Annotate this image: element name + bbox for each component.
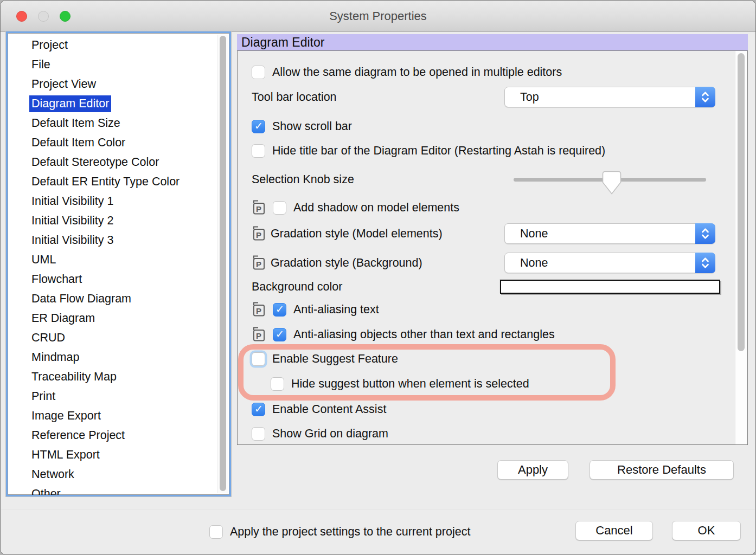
- sidebar-item-traceability-map[interactable]: Traceability Map: [31, 367, 217, 386]
- show-scroll-bar-checkbox[interactable]: Show scroll bar: [252, 119, 352, 134]
- project-setting-icon: P: [252, 301, 266, 318]
- gradation-model-label: Gradation style (Model elements): [271, 226, 443, 241]
- sidebar-item-flowchart[interactable]: Flowchart: [31, 269, 217, 289]
- selected-value: None: [505, 227, 695, 241]
- footer-divider: [1, 509, 755, 509]
- apply-project-settings-checkbox[interactable]: Apply the project settings to the curren…: [209, 524, 470, 539]
- project-setting-icon: P: [252, 326, 266, 343]
- background-color-swatch[interactable]: [500, 280, 720, 294]
- panel-scrollbar[interactable]: [735, 51, 747, 444]
- hide-suggest-checkbox[interactable]: Hide suggest button when element is sele…: [271, 376, 529, 391]
- dropdown-chevrons-icon: [695, 223, 715, 244]
- add-shadow-checkbox[interactable]: P Add shadow on model elements: [252, 200, 459, 215]
- checkbox-label[interactable]: Anti-aliasing text: [293, 302, 379, 317]
- checkbox-box[interactable]: [273, 303, 286, 317]
- checkbox-box[interactable]: [209, 525, 223, 539]
- sidebar-item-diagram-editor[interactable]: Diagram Editor: [31, 94, 217, 113]
- svg-text:P: P: [256, 204, 261, 214]
- sidebar-item-initial-visibility-1[interactable]: Initial Visibility 1: [31, 191, 217, 211]
- selection-knob-slider[interactable]: [514, 178, 706, 182]
- checkbox-label[interactable]: Anti-aliasing objects other than text an…: [293, 327, 555, 342]
- sidebar-scrollbar[interactable]: [217, 35, 228, 493]
- allow-same-diagram-checkbox[interactable]: Allow the same diagram to be opened in m…: [252, 64, 562, 80]
- toolbar-location-label: Tool bar location: [252, 89, 337, 105]
- sidebar-item-project[interactable]: Project: [31, 35, 217, 55]
- ok-button[interactable]: OK: [672, 521, 741, 540]
- sidebar-item-default-item-color[interactable]: Default Item Color: [31, 133, 217, 152]
- gradation-model-select[interactable]: None: [504, 223, 715, 244]
- sidebar-item-default-stereotype-color[interactable]: Default Stereotype Color: [31, 152, 217, 172]
- panel-scrollbar-thumb[interactable]: [738, 53, 745, 351]
- checkbox-label[interactable]: Show Grid on diagram: [272, 426, 388, 441]
- sidebar-item-print[interactable]: Print: [31, 386, 217, 406]
- sidebar-item-er-diagram[interactable]: ER Diagram: [31, 308, 217, 328]
- checkbox-box[interactable]: [252, 120, 265, 133]
- sidebar-item-file[interactable]: File: [31, 55, 217, 74]
- sidebar-item-initial-visibility-3[interactable]: Initial Visibility 3: [31, 230, 217, 250]
- gradation-background-select[interactable]: None: [504, 253, 715, 273]
- gradation-model-row: P Gradation style (Model elements): [252, 226, 443, 241]
- sidebar-item-default-er-entity-type-color[interactable]: Default ER Entity Type Color: [31, 172, 217, 191]
- hide-title-bar-checkbox[interactable]: Hide title bar of the Diagram Editor (Re…: [252, 143, 605, 158]
- sidebar-item-project-view[interactable]: Project View: [31, 74, 217, 94]
- sidebar-item-image-export[interactable]: Image Export: [31, 406, 217, 425]
- selected-value: None: [505, 256, 695, 270]
- svg-text:P: P: [256, 260, 261, 269]
- dropdown-chevrons-icon: [695, 87, 715, 107]
- toolbar-location-select[interactable]: Top: [504, 87, 715, 107]
- sidebar-item-network[interactable]: Network: [31, 464, 217, 484]
- checkbox-label[interactable]: Enable Suggest Feature: [272, 351, 398, 366]
- sidebar-item-crud[interactable]: CRUD: [31, 328, 217, 347]
- project-setting-icon: P: [252, 199, 266, 216]
- checkbox-box[interactable]: [252, 352, 265, 366]
- dropdown-chevrons-icon: [695, 253, 715, 273]
- restore-defaults-button[interactable]: Restore Defaults: [590, 460, 734, 480]
- checkbox-box[interactable]: [273, 328, 286, 341]
- category-list: Project File Project View Diagram Editor…: [8, 35, 217, 496]
- apply-button[interactable]: Apply: [497, 460, 568, 480]
- title-bar[interactable]: System Properties: [1, 1, 755, 32]
- checkbox-label[interactable]: Add shadow on model elements: [293, 200, 459, 215]
- background-color-label: Background color: [252, 279, 342, 294]
- diagram-editor-settings-panel: Allow the same diagram to be opened in m…: [237, 50, 748, 445]
- gradation-background-row: P Gradation style (Background): [252, 255, 422, 270]
- sidebar-item-html-export[interactable]: HTML Export: [31, 445, 217, 464]
- sidebar-item-uml[interactable]: UML: [31, 250, 217, 269]
- project-setting-icon: P: [252, 225, 266, 242]
- sidebar-item-other[interactable]: Other: [31, 484, 217, 496]
- checkbox-box[interactable]: [271, 377, 284, 391]
- checkbox-box[interactable]: [252, 403, 265, 416]
- checkbox-box[interactable]: [252, 427, 265, 441]
- sidebar-item-reference-project[interactable]: Reference Project: [31, 425, 217, 445]
- checkbox-box[interactable]: [252, 144, 265, 158]
- antialias-objects-checkbox[interactable]: P Anti-aliasing objects other than text …: [252, 327, 555, 342]
- antialias-text-checkbox[interactable]: P Anti-aliasing text: [252, 302, 379, 317]
- checkbox-box[interactable]: [252, 66, 265, 79]
- enable-content-assist-checkbox[interactable]: Enable Content Assist: [252, 402, 386, 417]
- svg-text:P: P: [256, 306, 261, 315]
- page-title: Diagram Editor: [237, 34, 748, 50]
- sidebar-item-default-item-size[interactable]: Default Item Size: [31, 113, 217, 133]
- toolbar-location-row: Tool bar location: [252, 89, 337, 105]
- sidebar-scrollbar-thumb[interactable]: [220, 36, 226, 491]
- svg-text:P: P: [256, 230, 261, 240]
- cancel-button[interactable]: Cancel: [575, 521, 653, 540]
- show-grid-checkbox[interactable]: Show Grid on diagram: [252, 426, 388, 441]
- selection-knob-slider-thumb[interactable]: [602, 171, 622, 195]
- category-sidebar: Project File Project View Diagram Editor…: [6, 31, 231, 496]
- sidebar-item-mindmap[interactable]: Mindmap: [31, 347, 217, 367]
- checkbox-label[interactable]: Hide title bar of the Diagram Editor (Re…: [272, 143, 605, 158]
- checkbox-label[interactable]: Allow the same diagram to be opened in m…: [272, 64, 562, 80]
- checkbox-label[interactable]: Enable Content Assist: [272, 402, 386, 417]
- enable-suggest-checkbox[interactable]: Enable Suggest Feature: [252, 351, 398, 366]
- checkbox-label[interactable]: Show scroll bar: [272, 119, 352, 134]
- sidebar-item-data-flow-diagram[interactable]: Data Flow Diagram: [31, 289, 217, 308]
- checkbox-label[interactable]: Apply the project settings to the curren…: [230, 524, 470, 539]
- checkbox-label[interactable]: Hide suggest button when element is sele…: [291, 376, 529, 391]
- screenshot: System Properties Project File Project V…: [0, 0, 756, 555]
- selection-knob-label: Selection Knob size: [252, 172, 354, 187]
- gradation-background-label: Gradation style (Background): [271, 255, 422, 270]
- svg-text:P: P: [256, 331, 261, 340]
- sidebar-item-initial-visibility-2[interactable]: Initial Visibility 2: [31, 211, 217, 230]
- checkbox-box[interactable]: [273, 201, 286, 215]
